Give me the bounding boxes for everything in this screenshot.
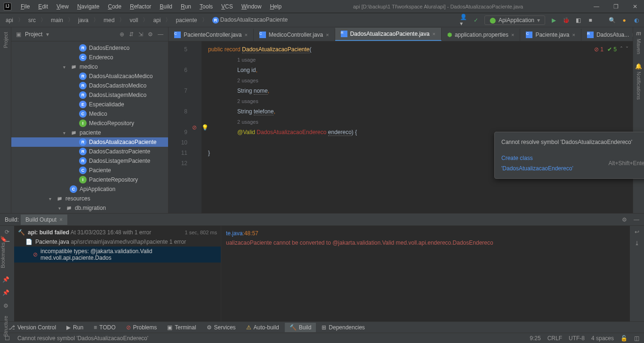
- file-encoding[interactable]: UTF-8: [569, 335, 585, 342]
- tree-item[interactable]: CPaciente: [11, 166, 168, 175]
- menu-help[interactable]: Help: [266, 1, 285, 12]
- menu-file[interactable]: File: [17, 1, 33, 12]
- settings-sync-icon[interactable]: ◐: [633, 16, 640, 24]
- menu-view[interactable]: View: [53, 1, 72, 12]
- breadcrumb-item[interactable]: src: [26, 16, 38, 24]
- caret-position[interactable]: 9:25: [530, 335, 540, 342]
- breadcrumb-item[interactable]: api: [4, 16, 15, 24]
- readonly-icon[interactable]: 🔓: [620, 335, 628, 342]
- maven-tool-button[interactable]: Maven: [636, 37, 642, 57]
- status-message: Cannot resolve symbol 'DadosAtualizacaoE…: [17, 335, 148, 342]
- memory-icon[interactable]: ◫: [634, 335, 639, 342]
- collapse-all-icon[interactable]: ⇲: [138, 31, 143, 38]
- tree-item[interactable]: RDadosCadastroMedico: [11, 81, 168, 90]
- tool-window-dependencies[interactable]: ⊞Dependencies: [317, 323, 370, 332]
- ide-update-icon[interactable]: ●: [620, 16, 628, 24]
- notifications-tool-button[interactable]: Notifications: [636, 70, 642, 103]
- tree-item[interactable]: ▾paciente: [11, 128, 168, 137]
- breadcrumb-file[interactable]: RDadosAtualizacaoPaciente: [210, 16, 290, 24]
- build-icon[interactable]: ✓: [472, 16, 480, 24]
- tool-window-version-control[interactable]: ⎇Version Control: [4, 323, 61, 332]
- create-class-action[interactable]: Create class 'DadosAtualizacaoEndereco': [501, 153, 603, 174]
- editor-tab[interactable]: ⬢application.properties×: [442, 29, 521, 41]
- tree-item[interactable]: ▾resources: [11, 194, 168, 203]
- editor-tab[interactable]: RDadosAtualizacaoPaciente.java×: [335, 28, 442, 41]
- tree-item[interactable]: RDadosCadastroPaciente: [11, 147, 168, 156]
- menu-run[interactable]: Run: [177, 1, 195, 12]
- search-icon[interactable]: 🔍: [608, 16, 616, 24]
- tree-item[interactable]: ▾db.migration: [11, 203, 168, 213]
- run-config-combo[interactable]: ⬤ ApiApplication ▾: [484, 16, 545, 25]
- tree-item[interactable]: CApiApplication: [11, 184, 168, 194]
- debug-button[interactable]: 🐞: [562, 16, 570, 24]
- tool-window-run[interactable]: ▶Run: [62, 323, 88, 332]
- tool-window-problems[interactable]: ⊘Problems: [121, 323, 162, 332]
- menu-navigate[interactable]: Navigate: [73, 1, 103, 12]
- error-gutter-icon[interactable]: ⊘: [192, 124, 200, 132]
- rerun-icon[interactable]: ⟳: [5, 229, 9, 235]
- line-separator[interactable]: CRLF: [547, 335, 562, 342]
- menu-build[interactable]: Build: [156, 1, 176, 12]
- scroll-end-icon[interactable]: ⤓: [635, 240, 639, 247]
- stop-button[interactable]: ■: [587, 16, 594, 24]
- menu-window[interactable]: Window: [238, 1, 266, 12]
- menu-refactor[interactable]: Refactor: [126, 1, 155, 12]
- menu-edit[interactable]: Edit: [34, 1, 52, 12]
- breadcrumb-item[interactable]: paciente: [174, 16, 199, 24]
- tree-item[interactable]: RDadosListagemPaciente: [11, 156, 168, 166]
- code-editor[interactable]: ⊘ 1 ✔ 5 ˆˇ public record DadosAtualizaca…: [201, 41, 633, 213]
- maximize-button[interactable]: ❐: [611, 2, 621, 11]
- editor-tab[interactable]: CMedicoController.java×: [254, 29, 335, 41]
- menu-vcs[interactable]: VCS: [217, 1, 237, 12]
- run-button[interactable]: ▶: [550, 16, 557, 24]
- project-view-label[interactable]: Project: [25, 31, 42, 38]
- breadcrumb-item[interactable]: voll: [128, 16, 140, 24]
- breadcrumb-item[interactable]: api: [151, 16, 162, 24]
- tree-item[interactable]: RDadosAtualizacaoMedico: [11, 72, 168, 81]
- editor-tab[interactable]: CPacienteController.java×: [169, 29, 254, 41]
- tool-window-services[interactable]: ⚙Services: [202, 323, 241, 332]
- tree-item[interactable]: EEspecialidade: [11, 100, 168, 109]
- breadcrumb-item[interactable]: med: [102, 16, 116, 24]
- breadcrumb-item[interactable]: java: [76, 16, 90, 24]
- structure-tool-button[interactable]: Structure: [3, 316, 8, 338]
- hide-icon[interactable]: —: [158, 31, 163, 38]
- tool-window-build[interactable]: 🔨Build: [285, 323, 316, 332]
- user-icon[interactable]: 👤▾: [460, 16, 467, 24]
- breadcrumb[interactable]: api〉src〉main〉java〉med〉voll〉api〉paciente〉…: [4, 15, 290, 25]
- tree-item[interactable]: IMedicoRepository: [11, 119, 168, 128]
- build-hide-icon[interactable]: —: [634, 216, 639, 223]
- tree-item[interactable]: IPacienteRepository: [11, 175, 168, 184]
- tree-item[interactable]: RDadosEndereco: [11, 43, 168, 53]
- build-output[interactable]: te.java:48:57 ualizacaoPaciente cannot b…: [221, 226, 630, 321]
- editor-tab[interactable]: CPaciente.java×: [520, 29, 581, 41]
- select-opened-icon[interactable]: ⊕: [120, 31, 124, 38]
- close-button[interactable]: ✕: [630, 2, 640, 11]
- menu-code[interactable]: Code: [104, 1, 125, 12]
- coverage-button[interactable]: ◧: [574, 16, 582, 24]
- minimize-button[interactable]: —: [591, 2, 602, 11]
- tree-item[interactable]: ▾medico: [11, 62, 168, 72]
- tree-item[interactable]: RDadosListagemMedico: [11, 90, 168, 100]
- tree-item[interactable]: RDadosAtualizacaoPaciente: [11, 137, 168, 147]
- warning-count-icon[interactable]: ✔ 5: [607, 44, 617, 55]
- indent-setting[interactable]: 4 spaces: [591, 335, 614, 342]
- project-tool-button[interactable]: Project: [3, 30, 8, 51]
- project-tree[interactable]: RDadosEnderecoCEndereco▾medicoRDadosAtua…: [11, 41, 168, 213]
- menu-tools[interactable]: Tools: [196, 1, 217, 12]
- editor-tab[interactable]: RDadosAtua...×: [581, 29, 633, 41]
- soft-wrap-icon[interactable]: ↩: [635, 229, 639, 235]
- tool-window-auto-build[interactable]: ⚠Auto-build: [242, 323, 284, 332]
- breadcrumb-item[interactable]: main: [49, 16, 65, 24]
- bookmarks-tool-button[interactable]: 🔖Bookmarks: [0, 236, 11, 270]
- tree-item[interactable]: CMedico: [11, 109, 168, 119]
- build-output-tab[interactable]: Build Output×: [21, 215, 67, 225]
- build-tree[interactable]: 🔨 api: build failed At 31/03/2023 16:48 …: [14, 226, 221, 321]
- tool-window-todo[interactable]: ≡TODO: [89, 323, 120, 332]
- tool-window-terminal[interactable]: ▣Terminal: [162, 323, 201, 332]
- build-settings-icon[interactable]: ⚙: [622, 216, 627, 223]
- expand-all-icon[interactable]: ⇵: [129, 31, 134, 38]
- tree-item[interactable]: CEndereco: [11, 53, 168, 62]
- settings-icon[interactable]: ⚙: [148, 31, 153, 38]
- error-count-icon[interactable]: ⊘ 1: [594, 44, 604, 55]
